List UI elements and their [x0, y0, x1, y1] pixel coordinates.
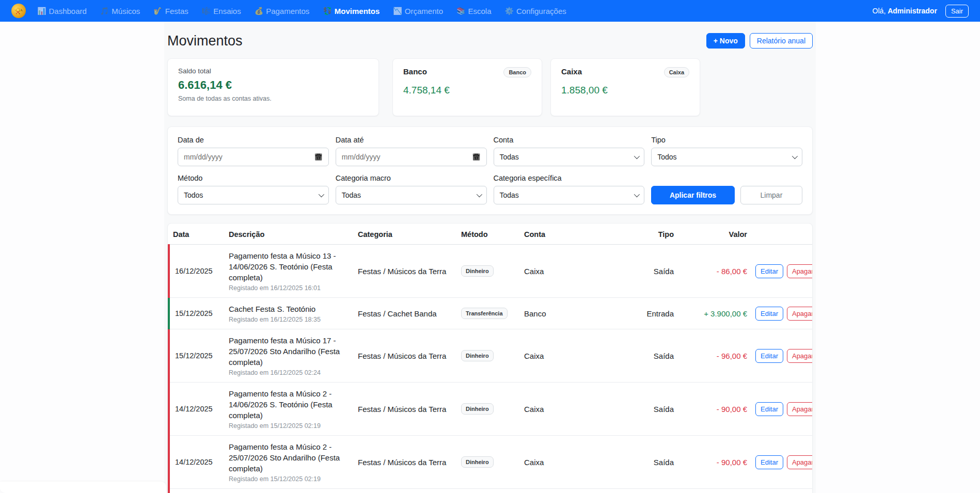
- apply-filters-button[interactable]: Aplicar filtros: [651, 186, 735, 204]
- navbar-right: Olá, Administrador Sair: [873, 5, 969, 18]
- column-header-categoria: Categoria: [354, 224, 457, 245]
- cell-date: 14/12/2025: [169, 383, 225, 436]
- account-card-title: Banco: [403, 67, 427, 76]
- nav-item-festas[interactable]: 🎷 Festas: [153, 7, 188, 15]
- nav-item-icon: 🎷: [153, 7, 162, 15]
- column-header-data: Data: [169, 224, 225, 245]
- horn-icon: 📯: [14, 7, 23, 15]
- method-badge: Transferência: [461, 308, 508, 319]
- cell-method: Dinheiro: [457, 329, 520, 383]
- cell-actions: Editar Apagar: [751, 383, 813, 436]
- movement-description: Pagamento festa a Músico 13 - 14/06/2026…: [229, 250, 350, 283]
- calendar-icon[interactable]: 📅: [314, 153, 323, 161]
- nav-item-label: Festas: [165, 7, 188, 15]
- filter-select[interactable]: Todas: [336, 186, 487, 204]
- chevron-down-icon: [634, 192, 640, 197]
- nav-menu: 📊 Dashboard 🎵 Músicos 🎷 Festas 🎼 Ensaios…: [37, 7, 868, 15]
- filter-label: Data de: [178, 136, 329, 144]
- table-row: 15/12/2025 Cachet Festa S. Teotónio Regi…: [169, 298, 813, 329]
- edit-button[interactable]: Editar: [755, 264, 783, 278]
- movement-amount: - 90,00 €: [717, 458, 747, 467]
- nav-item-escola[interactable]: 📚 Escola: [456, 7, 492, 15]
- cell-type: Saída: [612, 329, 678, 383]
- annual-report-button[interactable]: Relatório anual: [750, 33, 813, 49]
- nav-item-orçamento[interactable]: 📉 Orçamento: [393, 7, 443, 15]
- filter-select[interactable]: Todos: [651, 148, 802, 166]
- cell-date: 14/12/2025: [169, 436, 225, 489]
- cell-account: Banco: [520, 298, 612, 329]
- filter-field: Categoria macro Todas: [336, 174, 487, 204]
- edit-button[interactable]: Editar: [755, 349, 783, 363]
- app-logo[interactable]: 📯: [11, 4, 26, 18]
- select-value: Todas: [500, 153, 635, 161]
- cell-description: Cachet Festa S. Teotónio Registado em 16…: [225, 298, 354, 329]
- nav-item-icon: 🎼: [202, 7, 211, 15]
- movement-registered-at: Registado em 16/12/2025 16:01: [229, 284, 350, 292]
- nav-item-dashboard[interactable]: 📊 Dashboard: [37, 7, 87, 15]
- movement-registered-at: Registado em 16/12/2025 18:35: [229, 316, 350, 323]
- delete-button[interactable]: Apagar: [787, 349, 813, 363]
- total-balance-subtitle: Soma de todas as contas ativas.: [178, 95, 368, 102]
- column-header-descrição: Descrição: [225, 224, 354, 245]
- nav-item-pagamentos[interactable]: 💰 Pagamentos: [255, 7, 310, 15]
- delete-button[interactable]: Apagar: [787, 455, 813, 469]
- movement-registered-at: Registado em 15/12/2025 02:19: [229, 475, 350, 483]
- method-badge: Dinheiro: [461, 265, 494, 277]
- cell-description: Pagamento festa a Músico 14 - 14/06/2026…: [225, 489, 354, 493]
- cell-type: [612, 489, 678, 493]
- nav-item-movimentos[interactable]: 💱 Movimentos: [323, 7, 380, 15]
- edit-button[interactable]: Editar: [755, 402, 783, 416]
- calendar-icon[interactable]: 📅: [472, 153, 480, 161]
- filter-label: Categoria específica: [494, 174, 645, 182]
- page-title: Movimentos: [167, 33, 243, 49]
- movement-amount: - 86,00 €: [717, 267, 747, 276]
- nav-item-icon: 📊: [37, 7, 46, 15]
- cell-value: [678, 489, 751, 493]
- cell-category: Festas / Músicos da Terra: [354, 436, 457, 489]
- nav-item-músicos[interactable]: 🎵 Músicos: [100, 7, 140, 15]
- cell-type: Entrada: [612, 298, 678, 329]
- cell-type: Saída: [612, 383, 678, 436]
- nav-item-configurações[interactable]: ⚙️ Configurações: [505, 7, 566, 15]
- delete-button[interactable]: Apagar: [787, 264, 813, 278]
- column-header-valor: Valor: [678, 224, 751, 245]
- movement-amount: + 3.900,00 €: [704, 309, 747, 318]
- nav-item-icon: 🎵: [100, 7, 109, 15]
- filter-label: Categoria macro: [336, 174, 487, 182]
- cell-method: Dinheiro: [457, 383, 520, 436]
- movement-description: Pagamento festa a Músico 2 - 14/06/2026 …: [229, 388, 350, 421]
- bottom-overlay: [0, 482, 166, 493]
- cell-actions: Editar Apagar: [751, 436, 813, 489]
- filter-select[interactable]: Todas: [494, 186, 645, 204]
- cell-method: Dinheiro: [457, 436, 520, 489]
- filter-select[interactable]: Todos: [178, 186, 329, 204]
- nav-item-icon: 📚: [456, 7, 465, 15]
- logout-button[interactable]: Sair: [945, 5, 969, 18]
- date-input[interactable]: mm/dd/yyyy 📅: [336, 148, 487, 166]
- cell-value: - 86,00 €: [678, 245, 751, 298]
- edit-button[interactable]: Editar: [755, 307, 783, 321]
- nav-item-label: Orçamento: [405, 7, 443, 15]
- table-row: 16/12/2025 Pagamento festa a Músico 13 -…: [169, 245, 813, 298]
- cell-account: [520, 489, 612, 493]
- cell-actions: Editar Apagar: [751, 329, 813, 383]
- top-navbar: 📯 📊 Dashboard 🎵 Músicos 🎷 Festas 🎼 Ensai…: [0, 0, 980, 22]
- clear-filters-button[interactable]: Limpar: [740, 186, 802, 204]
- account-type-badge: Caixa: [664, 67, 689, 77]
- filter-select[interactable]: Todas: [494, 148, 645, 166]
- new-movement-button[interactable]: + Novo: [706, 33, 745, 49]
- nav-item-ensaios[interactable]: 🎼 Ensaios: [202, 7, 241, 15]
- chevron-down-icon: [476, 192, 482, 197]
- cell-method: Dinheiro: [457, 245, 520, 298]
- edit-button[interactable]: Editar: [755, 455, 783, 469]
- nav-item-label: Ensaios: [213, 7, 241, 15]
- filters-panel: Data de mm/dd/yyyy 📅 Data até mm/dd/yyyy…: [167, 126, 813, 215]
- delete-button[interactable]: Apagar: [787, 402, 813, 416]
- date-input[interactable]: mm/dd/yyyy 📅: [178, 148, 329, 166]
- cell-type: Saída: [612, 245, 678, 298]
- delete-button[interactable]: Apagar: [787, 307, 813, 321]
- account-card-title: Caixa: [561, 67, 582, 76]
- column-header-tipo: Tipo: [612, 224, 678, 245]
- cell-date: 15/12/2025: [169, 298, 225, 329]
- cell-actions: Editar Apagar: [751, 298, 813, 329]
